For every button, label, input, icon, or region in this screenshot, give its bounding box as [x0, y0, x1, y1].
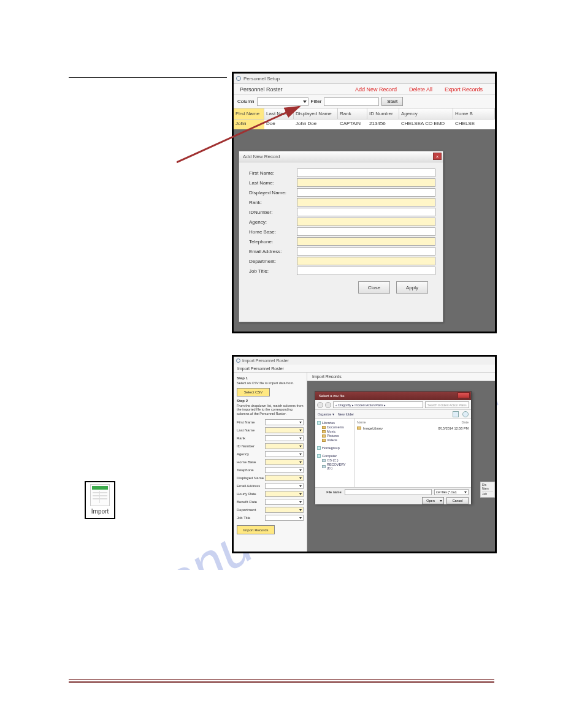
- map-dd[interactable]: [265, 499, 304, 505]
- displayed-name-field[interactable]: [297, 188, 435, 197]
- last-name-field[interactable]: [297, 178, 435, 187]
- filter-input[interactable]: [324, 97, 379, 106]
- first-name-field[interactable]: [297, 169, 435, 177]
- back-button[interactable]: [317, 402, 323, 408]
- cancel-button[interactable]: Cancel: [446, 497, 469, 504]
- window-title: Personnel Setup: [243, 76, 280, 82]
- map-dd[interactable]: [265, 443, 304, 449]
- map-telephone: Telephone: [237, 468, 265, 472]
- map-home: Home Base: [237, 460, 265, 464]
- file-open-dialog: Select a csv file « Dragonfly ▸ Incident…: [315, 391, 472, 504]
- cell: John Doe: [294, 119, 338, 129]
- map-dd[interactable]: [265, 459, 304, 465]
- delete-all-link[interactable]: Delete All: [409, 86, 432, 93]
- agency-label: Agency:: [249, 219, 297, 225]
- start-button[interactable]: Start: [381, 97, 403, 106]
- close-icon[interactable]: ×: [433, 153, 442, 160]
- file-list[interactable]: NameDate ImageLibrary 8/15/2014 12:58 PM: [354, 419, 471, 487]
- map-dd[interactable]: [265, 475, 304, 481]
- homegroup-icon: [317, 446, 321, 450]
- map-jobtitle: Job Title: [237, 516, 265, 520]
- import-toolbar-title: Import Personnel Roster: [237, 366, 284, 371]
- col-date[interactable]: Date: [461, 420, 469, 424]
- chevron-down-icon: [299, 461, 302, 463]
- list-item[interactable]: ImageLibrary 8/15/2014 12:58 PM: [357, 427, 469, 430]
- chevron-down-icon: [299, 493, 302, 495]
- map-dd[interactable]: [265, 515, 304, 521]
- telephone-field[interactable]: [297, 237, 435, 246]
- last-name-label: Last Name:: [249, 180, 297, 186]
- cell: CHELSE: [453, 119, 495, 129]
- column-dropdown[interactable]: [257, 97, 308, 106]
- map-id: ID Number: [237, 444, 265, 448]
- gear-icon: [236, 76, 241, 81]
- close-icon[interactable]: [458, 392, 470, 398]
- chevron-down-icon: [299, 446, 302, 447]
- email-field[interactable]: [297, 247, 435, 256]
- map-dd[interactable]: [265, 467, 304, 473]
- folder-icon: [322, 426, 326, 429]
- footer-rule: [69, 679, 494, 680]
- forward-button[interactable]: [325, 402, 331, 408]
- close-button[interactable]: Close: [358, 281, 390, 294]
- organize-menu[interactable]: Organize ▾: [318, 412, 334, 416]
- rank-field[interactable]: [297, 198, 435, 207]
- map-dd[interactable]: [265, 427, 304, 433]
- apply-button[interactable]: Apply: [396, 281, 428, 294]
- step1-label: Step 1: [237, 376, 304, 380]
- cell: 213456: [367, 119, 399, 129]
- dept-field[interactable]: [297, 257, 435, 265]
- file-dialog-title: Select a csv file: [319, 394, 345, 398]
- map-dd[interactable]: [265, 507, 304, 513]
- map-dd[interactable]: [265, 419, 304, 425]
- file-name-input[interactable]: [345, 489, 432, 495]
- cell: CAPTAIN: [338, 119, 367, 129]
- rank-label: Rank:: [249, 200, 297, 205]
- map-hourly: Hourly Rate: [237, 492, 265, 496]
- footer-rule: [69, 681, 494, 683]
- col-home[interactable]: Home B: [453, 108, 495, 119]
- help-icon[interactable]: [462, 411, 469, 417]
- col-displayed-name[interactable]: Displayed Name: [294, 108, 338, 119]
- import-right-title: Import Records: [307, 373, 495, 381]
- export-records-link[interactable]: Export Records: [445, 86, 483, 93]
- add-new-record-dialog: Add New Record × First Name: Last Name: …: [239, 151, 443, 322]
- folder-tree[interactable]: Libraries Documents Music Pictures Video…: [315, 419, 354, 487]
- view-icon[interactable]: [453, 411, 459, 417]
- col-agency[interactable]: Agency: [399, 108, 453, 119]
- col-name[interactable]: Name: [357, 420, 461, 424]
- chevron-down-icon: [440, 500, 442, 502]
- col-id[interactable]: ID Number: [367, 108, 399, 119]
- computer-icon: [317, 454, 321, 458]
- map-dd[interactable]: [265, 435, 304, 441]
- map-dd[interactable]: [265, 491, 304, 497]
- cell: Doe: [264, 119, 294, 129]
- file-type-dropdown[interactable]: csv files (*.csv): [434, 489, 469, 495]
- idnumber-field[interactable]: [297, 208, 435, 216]
- import-records-button[interactable]: Import Records: [237, 525, 275, 534]
- chevron-down-icon: [299, 430, 302, 431]
- col-last-name[interactable]: Last Name: [264, 108, 294, 119]
- jobtitle-field[interactable]: [297, 267, 435, 275]
- map-dd[interactable]: [265, 451, 304, 457]
- agency-field[interactable]: [297, 218, 435, 226]
- table-header: First Name Last Name Displayed Name Rank…: [234, 108, 495, 119]
- homebase-field[interactable]: [297, 227, 435, 236]
- search-input[interactable]: Search Incident Action Plans: [425, 401, 469, 408]
- drive-icon: [322, 465, 326, 468]
- import-icon[interactable]: Import: [85, 481, 115, 519]
- add-new-record-link[interactable]: Add New Record: [355, 86, 397, 93]
- step2-text: From the dropdown list, match columns fr…: [237, 404, 304, 416]
- col-first-name[interactable]: First Name: [234, 108, 264, 119]
- col-rank[interactable]: Rank: [338, 108, 367, 119]
- table-row[interactable]: John Doe John Doe CAPTAIN 213456 CHELSEA…: [234, 119, 495, 129]
- libraries-icon: [317, 421, 321, 425]
- breadcrumb[interactable]: « Dragonfly ▸ Incident Action Plans ▸: [333, 401, 423, 408]
- map-benefit: Benefit Rate: [237, 500, 265, 504]
- new-folder-button[interactable]: New folder: [338, 412, 354, 416]
- map-email: Email Address: [237, 484, 265, 488]
- select-csv-button[interactable]: Select CSV: [237, 388, 270, 396]
- roster-title: Personnel Roster: [234, 86, 355, 93]
- open-button[interactable]: Open: [422, 497, 444, 504]
- map-dd[interactable]: [265, 483, 304, 489]
